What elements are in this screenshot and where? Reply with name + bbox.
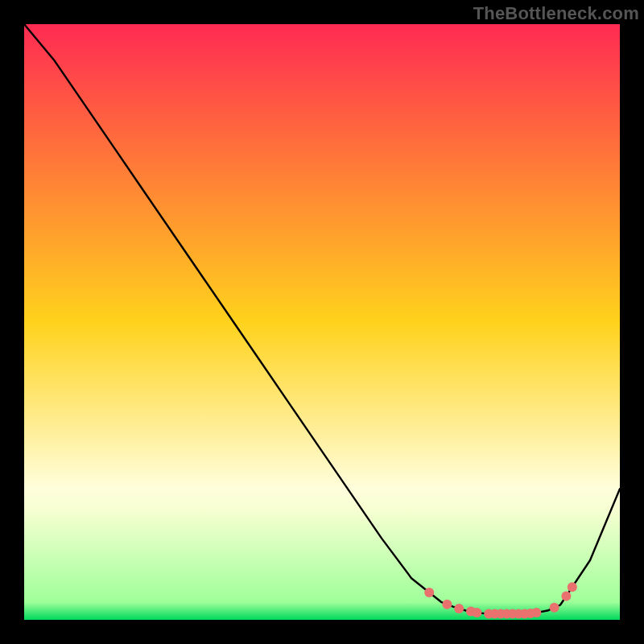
curve-marker xyxy=(424,588,434,597)
chart-frame: TheBottleneck.com xyxy=(0,0,644,644)
curve-marker xyxy=(531,608,541,617)
curve-marker xyxy=(568,582,577,592)
curve-marker xyxy=(454,604,464,613)
curve-marker xyxy=(442,600,452,609)
watermark-text: TheBottleneck.com xyxy=(473,3,639,24)
curve-marker xyxy=(472,608,481,617)
bottleneck-chart xyxy=(0,0,644,644)
plot-background xyxy=(24,24,620,620)
curve-marker xyxy=(550,603,559,613)
curve-marker xyxy=(561,591,571,601)
